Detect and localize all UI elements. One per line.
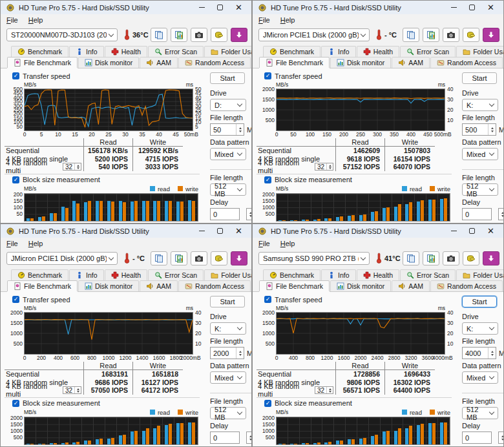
stepper-arrows-icon[interactable] [326,163,333,170]
file-length-stepper[interactable]: 50 [210,123,244,136]
stepper-arrows-icon[interactable] [74,387,81,393]
tab-aam[interactable]: AAM [140,57,178,68]
start-button[interactable]: Start [210,296,245,307]
queue-depth-stepper[interactable]: 32 [63,163,81,171]
transfer-speed-checkbox[interactable] [12,296,19,303]
minimize-button[interactable] [199,231,205,231]
queue-depth-stepper[interactable]: 32 [315,163,333,171]
tab-error-scan[interactable]: Error Scan [400,46,456,57]
save-icon[interactable] [463,28,479,42]
close-button[interactable]: ✕ [235,227,242,234]
block-file-length-select[interactable]: 512 MB [462,407,498,419]
tab-benchmark[interactable]: Benchmark [11,269,68,280]
tab-info[interactable]: Info [69,46,104,57]
start-button[interactable]: Start [462,72,497,84]
menu-help[interactable]: Help [280,240,295,247]
block-size-checkbox[interactable] [12,400,19,407]
tab-health[interactable]: Health [105,46,147,57]
block-size-checkbox[interactable] [12,176,19,183]
titlebar[interactable]: HD Tune Pro 5.75 - Hard Disk/SSD Utility… [253,224,503,238]
copy-image-icon[interactable] [171,28,187,42]
menu-file[interactable]: File [258,240,270,247]
download-icon[interactable] [483,28,499,42]
tab-info[interactable]: Info [321,46,356,57]
drive-model-select[interactable]: ST20000NM007D-3DJ103 (20000 gB) [6,28,118,41]
delay-stepper[interactable] [246,431,252,444]
close-button[interactable]: ✕ [487,4,494,11]
copy-image-icon[interactable] [423,28,439,42]
drive-model-select[interactable]: JMicron PCIE1 Disk (2000 gB) [258,28,370,41]
stepper-arrows-icon[interactable] [326,387,333,393]
copy-icon[interactable] [151,251,167,265]
screenshot-icon[interactable] [443,251,459,265]
tab-error-scan[interactable]: Error Scan [400,269,456,280]
tab-error-scan[interactable]: Error Scan [148,46,204,57]
queue-depth-stepper[interactable]: 32 [63,386,81,394]
stepper-arrows-icon[interactable] [236,348,244,359]
download-icon[interactable] [231,251,247,265]
tab-file-benchmark[interactable]: File Benchmark [259,57,330,68]
tab-folder-usage[interactable]: Folder Usage [456,46,504,57]
tab-benchmark[interactable]: Benchmark [11,46,68,57]
tab-info[interactable]: Info [69,269,104,280]
tab-aam[interactable]: AAM [140,280,178,291]
data-pattern-select[interactable]: Mixed [210,148,246,160]
copy-image-icon[interactable] [423,251,439,265]
menu-file[interactable]: File [6,240,18,247]
titlebar[interactable]: HD Tune Pro 5.75 - Hard Disk/SSD Utility… [1,1,251,14]
copy-icon[interactable] [151,28,167,42]
stepper-arrows-icon[interactable] [74,163,81,170]
transfer-speed-checkbox[interactable] [264,296,271,303]
delay-stepper[interactable] [246,208,252,220]
menu-file[interactable]: File [6,16,18,24]
drive-model-select[interactable]: JMicron PCIE1 Disk (2000 gB) [6,252,118,265]
drive-model-select[interactable]: Samsung SSD 990 PRO 2TB (2000 gB) [258,252,370,265]
block-file-length-select[interactable]: 512 MB [210,407,246,419]
data-pattern-select[interactable]: Mixed [210,371,246,384]
delay-input[interactable]: 0 [462,431,492,444]
delay-stepper[interactable] [498,208,504,220]
screenshot-icon[interactable] [191,251,207,265]
tab-folder-usage[interactable]: Folder Usage [204,46,252,57]
copy-icon[interactable] [403,28,419,42]
tab-file-benchmark[interactable]: File Benchmark [7,57,78,68]
titlebar[interactable]: HD Tune Pro 5.75 - Hard Disk/SSD Utility… [1,224,251,238]
file-length-stepper[interactable]: 2000 [210,347,244,359]
tab-random-access[interactable]: Random Access [178,57,251,68]
tab-error-scan[interactable]: Error Scan [148,269,204,280]
tab-disk-monitor[interactable]: Disk monitor [330,280,391,291]
maximize-button[interactable] [469,5,475,10]
stepper-arrows-icon[interactable] [488,348,496,359]
block-file-length-select[interactable]: 512 MB [210,183,246,196]
menu-file[interactable]: File [258,16,270,24]
tab-health[interactable]: Health [105,269,147,280]
data-pattern-select[interactable]: Mixed [462,148,498,160]
minimize-button[interactable] [451,7,457,8]
close-button[interactable]: ✕ [235,4,242,11]
delay-input[interactable]: 0 [462,208,492,220]
stepper-arrows-icon[interactable] [488,124,496,135]
tab-folder-usage[interactable]: Folder Usage [204,269,252,280]
tab-disk-monitor[interactable]: Disk monitor [330,57,391,68]
copy-image-icon[interactable] [171,251,187,265]
drive-letter-select[interactable]: K: [462,322,498,335]
file-length-stepper[interactable]: 500 [462,123,496,136]
tab-file-benchmark[interactable]: File Benchmark [7,280,78,291]
block-file-length-select[interactable]: 512 MB [462,183,498,196]
transfer-speed-checkbox[interactable] [12,72,19,79]
copy-icon[interactable] [403,251,419,265]
minimize-button[interactable] [199,7,205,8]
queue-depth-stepper[interactable]: 32 [315,386,333,394]
maximize-button[interactable] [217,5,223,10]
tab-aam[interactable]: AAM [392,280,430,291]
delay-input[interactable]: 0 [210,208,240,220]
tab-aam[interactable]: AAM [392,57,430,68]
tab-random-access[interactable]: Random Access [430,280,503,291]
maximize-button[interactable] [217,228,223,234]
save-icon[interactable] [211,28,227,42]
stepper-arrows-icon[interactable] [236,124,244,135]
minimize-button[interactable] [451,231,457,231]
file-length-stepper[interactable]: 4000 [462,347,496,359]
save-icon[interactable] [211,251,227,265]
titlebar[interactable]: HD Tune Pro 5.75 - Hard Disk/SSD Utility… [253,1,503,14]
